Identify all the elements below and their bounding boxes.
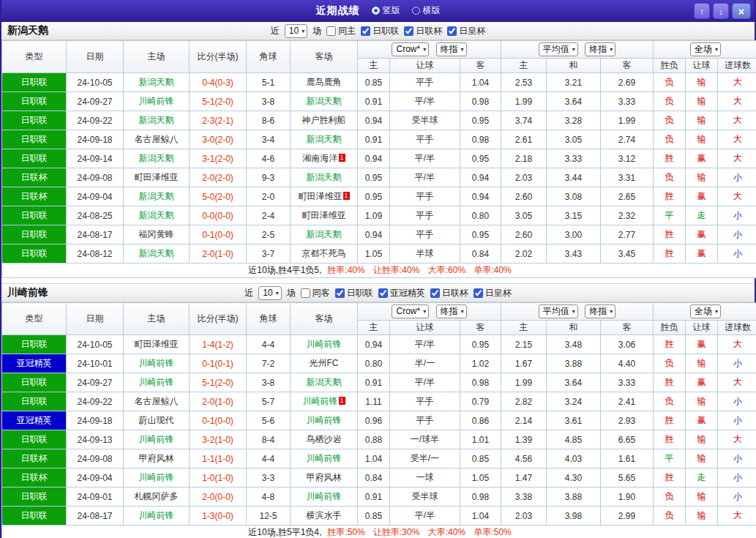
avg-home-odds: 2.14 [501, 411, 547, 430]
home-team-cell: 名古屋鲸八 [124, 130, 190, 149]
col-header-result: 胜负 [654, 59, 686, 73]
chevron-down-icon: ▾ [610, 306, 613, 317]
bookmaker-select[interactable]: Crow*▾ [392, 305, 429, 318]
result-outcome: 胜 [654, 468, 686, 487]
corner-score: 4-6 [247, 149, 291, 168]
avg-draw-odds: 4.85 [547, 430, 601, 449]
match-date: 24-09-27 [67, 92, 124, 111]
away-odds: 1.05 [460, 468, 501, 487]
match-score: 2-0(1-0) [190, 244, 247, 264]
home-team-name: 甲府风林 [139, 453, 174, 463]
checkbox-icon[interactable] [430, 288, 440, 298]
result-outcome: 负 [654, 73, 686, 92]
corner-score: 3-3 [247, 468, 291, 487]
match-score: 5-0(2-0) [190, 187, 247, 206]
filter-checkbox-日职联[interactable]: 日职联 [361, 25, 399, 37]
result-scope-select[interactable]: 全场▾ [690, 42, 721, 56]
handicap-line: 一球 [390, 468, 460, 487]
filter-checkbox-日皇杯[interactable]: 日皇杯 [474, 287, 512, 299]
checkbox-icon[interactable] [378, 288, 388, 298]
checkbox-label: 日联杯 [442, 287, 468, 299]
handicap-line: 半球 [390, 244, 460, 264]
away-odds: 0.80 [460, 206, 501, 225]
away-team-name: 川崎前锋 [307, 491, 342, 501]
filter-checkbox-日联杯[interactable]: 日联杯 [404, 25, 442, 37]
home-team-name: 川崎前锋 [139, 434, 174, 444]
recent-count-select[interactable]: 10▾ [285, 24, 307, 38]
odds-stage-select[interactable]: 终指▾ [436, 305, 467, 318]
odds-stage-select[interactable]: 终指▾ [436, 42, 467, 56]
away-odds: 0.84 [460, 244, 501, 264]
arrow-up-icon: ↑ [700, 6, 705, 17]
mode-radio-label: 横版 [423, 4, 441, 17]
league-cell: 日联杯 [2, 187, 67, 206]
corner-score: 3-4 [247, 130, 291, 149]
corner-score: 5-1 [247, 73, 291, 92]
match-date: 24-09-14 [67, 149, 124, 168]
average-select[interactable]: 平均值▾ [539, 42, 578, 56]
scroll-up-button[interactable]: ↑ [694, 3, 710, 19]
col-header-home: 主场 [124, 303, 190, 335]
filter-checkbox-同主[interactable]: 同主 [326, 25, 356, 37]
match-date: 24-09-01 [67, 487, 124, 507]
result-scope-select[interactable]: 全场▾ [690, 305, 721, 318]
scroll-down-button[interactable]: ↓ [713, 3, 729, 19]
home-team-name: 新潟天鹅 [139, 153, 174, 163]
average-stage-select[interactable]: 终指▾ [585, 305, 615, 318]
home-team-cell: 蔚山现代 [124, 411, 190, 430]
col-header-type: 类型 [2, 41, 67, 73]
bookmaker-select[interactable]: Crow*▾ [392, 42, 429, 56]
checkbox-icon[interactable] [404, 26, 413, 36]
chevron-down-icon: ▾ [302, 26, 304, 37]
away-team-cell: 新潟天鹅 [291, 225, 358, 244]
home-odds: 0.94 [358, 111, 390, 130]
checkbox-icon[interactable] [474, 288, 483, 298]
checkbox-icon[interactable] [447, 26, 457, 36]
league-cell: 日职联 [2, 373, 67, 392]
away-team-cell: 町田泽维亚1 [291, 187, 358, 206]
away-team-cell: 新潟天鹅 [291, 130, 358, 149]
checkbox-icon[interactable] [301, 288, 310, 298]
checkbox-icon[interactable] [361, 26, 370, 36]
col-header-handicap-result: 让球 [686, 59, 718, 73]
avg-draw-odds: 3.21 [547, 73, 601, 92]
recent-results-popup: 近期战绩 竖版横版 ↑ ↓ × 新潟天鹅 近10▾场同主日职联日联杯日皇杯 类型 [0, 0, 756, 538]
match-row: 日职联24-10-05町田泽维亚1-4(1-2)4-4川崎前锋0.94平/半0.… [2, 335, 756, 354]
mode-radio-横版[interactable]: 横版 [412, 4, 441, 17]
filter-checkbox-日职联[interactable]: 日职联 [335, 287, 373, 299]
handicap-line: 平手 [390, 411, 460, 430]
avg-draw-odds: 3.48 [547, 335, 601, 354]
home-odds: 0.85 [358, 73, 390, 92]
away-team-cell: 京都不死鸟 [291, 244, 358, 264]
avg-away-odds: 2.77 [601, 225, 654, 244]
filter-checkbox-同客[interactable]: 同客 [301, 287, 330, 299]
result-outcome: 胜 [654, 149, 686, 168]
match-date: 24-09-22 [67, 392, 124, 411]
average-stage-select[interactable]: 终指▾ [585, 42, 615, 56]
checkbox-icon[interactable] [326, 26, 336, 36]
result-outcome: 负 [654, 168, 686, 187]
away-team-name: 神户胜利船 [302, 115, 346, 125]
league-cell: 日职联 [2, 149, 67, 168]
away-team-name: 光州FC [310, 358, 339, 368]
average-select[interactable]: 平均值▾ [539, 305, 578, 318]
close-button[interactable]: × [732, 3, 751, 19]
col-header-home: 主场 [124, 41, 190, 73]
filter-checkbox-日联杯[interactable]: 日联杯 [430, 287, 468, 299]
avg-home-odds: 2.60 [501, 225, 547, 244]
checkbox-icon[interactable] [335, 288, 345, 298]
result-handicap: 输 [686, 449, 718, 468]
away-team-name: 川崎前锋 [307, 453, 342, 463]
matches-label: 场 [312, 25, 321, 37]
home-team-cell: 川崎前锋 [124, 507, 190, 526]
result-goals: 小 [718, 392, 756, 411]
mode-radio-竖版[interactable]: 竖版 [372, 4, 400, 17]
recent-count-select[interactable]: 10▾ [258, 286, 281, 300]
chevron-down-icon: ▾ [715, 44, 718, 55]
filter-checkbox-亚冠精英[interactable]: 亚冠精英 [378, 287, 425, 299]
filter-checkbox-日皇杯[interactable]: 日皇杯 [447, 25, 485, 37]
away-odds: 1.01 [460, 430, 501, 449]
checkbox-label: 日职联 [347, 287, 373, 299]
home-team-cell: 新潟天鹅 [124, 73, 190, 92]
col-header-score: 比分(半场) [190, 41, 247, 73]
